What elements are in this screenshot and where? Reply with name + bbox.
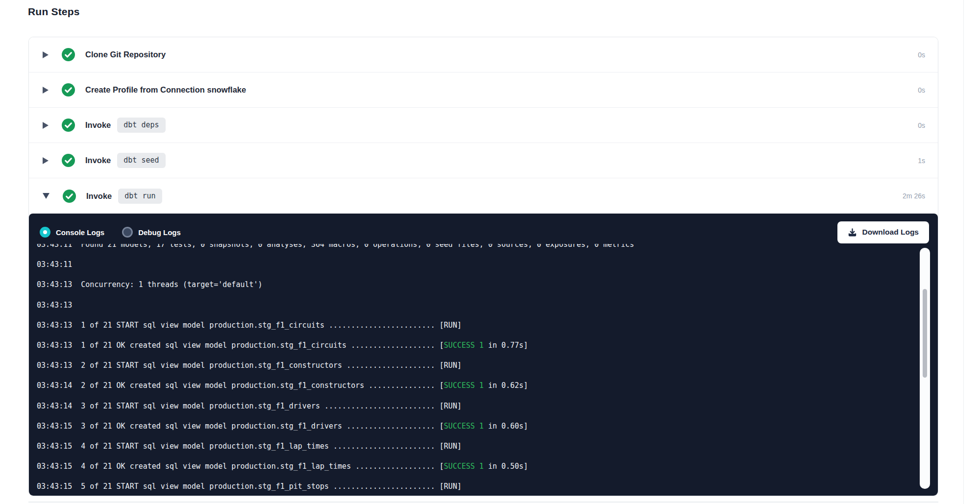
log-line: 03:43:15 3 of 21 OK created sql view mod… <box>37 421 879 432</box>
page-title: Run Steps <box>28 6 80 18</box>
debug-logs-label: Debug Logs <box>138 228 181 237</box>
step-duration: 0s <box>918 51 925 59</box>
step-duration: 0s <box>918 121 925 129</box>
download-logs-button[interactable]: Download Logs <box>837 221 929 243</box>
step-label: Invoke <box>85 120 111 130</box>
step-duration: 2m 26s <box>903 192 925 200</box>
log-line: 03:43:11 <box>37 260 879 270</box>
console-logs-option[interactable]: Console Logs <box>40 227 104 238</box>
log-line: 03:43:14 2 of 21 OK created sql view mod… <box>37 381 879 391</box>
expand-caret-icon[interactable] <box>43 87 49 94</box>
step-command-badge: dbt seed <box>117 153 165 168</box>
download-logs-button-label: Download Logs <box>862 228 919 237</box>
console-logs-label: Console Logs <box>56 228 104 237</box>
run-step-row[interactable]: Clone Git Repository 0s <box>29 37 938 72</box>
success-check-icon <box>63 190 76 203</box>
download-icon <box>848 228 857 237</box>
log-line: 03:43:14 3 of 21 START sql view model pr… <box>37 401 879 411</box>
log-line: 03:43:13 <box>37 300 879 311</box>
run-step-row[interactable]: Invoke dbt deps 0s <box>29 108 938 143</box>
debug-logs-option[interactable]: Debug Logs <box>122 227 181 238</box>
run-step-row[interactable]: Invoke dbt run 2m 26s <box>29 178 938 214</box>
log-line: 03:43:13 2 of 21 START sql view model pr… <box>37 360 879 371</box>
log-scrollbar-thumb[interactable] <box>923 289 927 378</box>
run-steps-card: Clone Git Repository 0s Create Profile f… <box>28 37 938 496</box>
step-duration: 1s <box>918 157 925 165</box>
expand-caret-icon[interactable] <box>43 122 49 129</box>
expand-caret-icon[interactable] <box>43 157 49 164</box>
step-command-badge: dbt run <box>118 189 162 204</box>
log-line: 03:43:13 Concurrency: 1 threads (target=… <box>37 280 879 290</box>
console-logs-radio-icon[interactable] <box>40 227 50 238</box>
run-steps-page: Run Steps Clone Git Repository 0s Create… <box>0 0 980 504</box>
step-command-badge: dbt deps <box>117 118 165 133</box>
console-log-output: 03:43:11 Found 21 models, 17 tests, 0 sn… <box>29 244 938 496</box>
step-label: Create Profile from Connection snowflake <box>85 85 246 95</box>
step-duration: 0s <box>918 86 925 94</box>
step-label: Clone Git Repository <box>85 50 166 59</box>
log-line: 03:43:15 4 of 21 START sql view model pr… <box>37 441 879 452</box>
success-check-icon <box>62 154 75 167</box>
debug-logs-radio-icon[interactable] <box>122 227 133 238</box>
success-check-icon <box>62 119 75 132</box>
log-line: 03:43:15 4 of 21 OK created sql view mod… <box>37 461 879 472</box>
expand-caret-icon[interactable] <box>43 193 49 199</box>
run-steps-list: Clone Git Repository 0s Create Profile f… <box>29 37 938 214</box>
page-scroll-gutter[interactable] <box>963 0 980 504</box>
log-line: 03:43:13 1 of 21 START sql view model pr… <box>37 320 879 331</box>
console-log-lines: 03:43:11 Found 21 models, 17 tests, 0 sn… <box>37 244 879 496</box>
success-check-icon <box>62 48 75 61</box>
log-panel-header: Console Logs Debug Logs Download Logs <box>29 214 938 244</box>
run-step-row[interactable]: Invoke dbt seed 1s <box>29 143 938 178</box>
step-label: Invoke <box>85 156 111 165</box>
log-line: 03:43:13 1 of 21 OK created sql view mod… <box>37 340 879 351</box>
step-label: Invoke <box>86 192 112 201</box>
log-panel: Console Logs Debug Logs Download Logs <box>29 214 938 496</box>
run-step-row[interactable]: Create Profile from Connection snowflake… <box>29 72 938 108</box>
success-check-icon <box>62 83 75 96</box>
next-section-divider <box>28 502 938 503</box>
log-line: 03:43:15 5 of 21 START sql view model pr… <box>37 481 879 492</box>
expand-caret-icon[interactable] <box>43 51 49 58</box>
log-line: 03:43:11 Found 21 models, 17 tests, 0 sn… <box>37 244 879 250</box>
log-scrollbar-track[interactable] <box>920 248 930 489</box>
